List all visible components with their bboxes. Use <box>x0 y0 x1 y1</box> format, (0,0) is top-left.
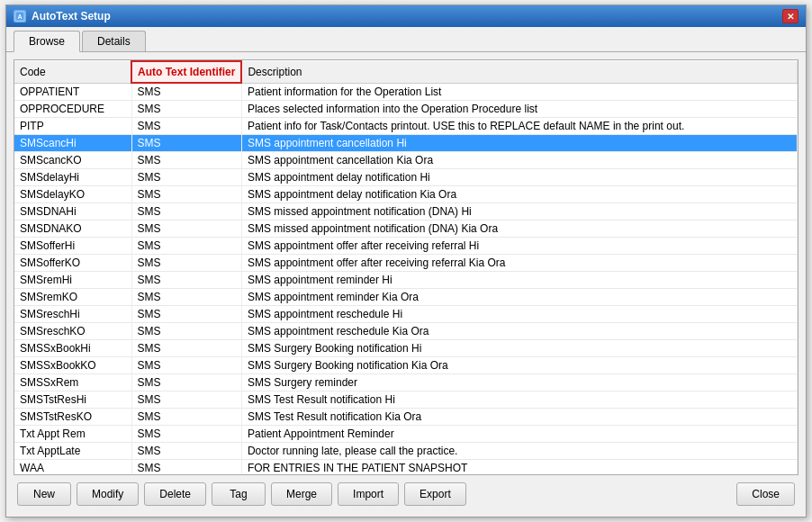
cell-description: SMS Surgery Booking notification Hi <box>241 340 797 357</box>
cell-description: SMS Test Result notification Hi <box>241 392 797 409</box>
table-row[interactable]: SMSreschHiSMSSMS appointment reschedule … <box>14 306 798 323</box>
cell-code: SMSSxBookHi <box>14 340 131 357</box>
cell-code: SMScancKO <box>14 152 131 169</box>
table-row[interactable]: PITPSMSPatient info for Task/Contacts pr… <box>14 118 798 135</box>
cell-description: SMS appointment cancellation Hi <box>241 135 797 152</box>
cell-code: SMSdelayKO <box>14 186 131 203</box>
button-bar: New Modify Delete Tag Merge Import Expor… <box>14 475 798 509</box>
merge-button[interactable]: Merge <box>271 482 332 506</box>
table-row[interactable]: SMSofferKOSMSSMS appointment offer after… <box>14 255 798 272</box>
cell-code: SMSreschKO <box>14 323 131 340</box>
cell-autotext: SMS <box>131 357 241 374</box>
table-row[interactable]: SMSremHiSMSSMS appointment reminder Hi <box>14 272 798 289</box>
table-row[interactable]: OPPATIENTSMSPatient information for the … <box>14 83 798 101</box>
cell-code: SMScancHi <box>14 135 131 152</box>
main-content: Code Auto Text Identifier Description OP… <box>6 52 806 517</box>
cell-autotext: SMS <box>131 220 241 238</box>
cell-description: Patient Appointment Reminder <box>241 426 797 443</box>
cell-autotext: SMS <box>131 169 241 186</box>
cell-description: SMS appointment reschedule Hi <box>241 306 797 323</box>
cell-autotext: SMS <box>131 83 241 101</box>
cell-autotext: SMS <box>131 255 241 272</box>
table-row[interactable]: SMSofferHiSMSSMS appointment offer after… <box>14 238 798 255</box>
close-icon[interactable]: ✕ <box>782 9 798 23</box>
col-header-autotext: Auto Text Identifier <box>131 61 241 83</box>
table-row[interactable]: SMScancHiSMSSMS appointment cancellation… <box>14 135 798 152</box>
tag-button[interactable]: Tag <box>212 482 266 506</box>
table-row[interactable]: SMSSxRemSMSSMS Surgery reminder <box>14 374 798 392</box>
cell-description: SMS appointment delay notification Kia O… <box>241 186 797 203</box>
cell-code: SMSofferKO <box>14 255 131 272</box>
cell-code: SMSSxBookKO <box>14 357 131 374</box>
cell-description: Patient info for Task/Contacts printout.… <box>241 118 797 135</box>
table-row[interactable]: SMSdelayKOSMSSMS appointment delay notif… <box>14 186 798 203</box>
cell-code: SMSdelayHi <box>14 169 131 186</box>
cell-description: SMS appointment reschedule Kia Ora <box>241 323 797 340</box>
import-button[interactable]: Import <box>338 482 399 506</box>
cell-description: Doctor running late, please call the pra… <box>241 443 797 460</box>
table-row[interactable]: SMSSxBookHiSMSSMS Surgery Booking notifi… <box>14 340 798 357</box>
table-row[interactable]: WAASMSFOR ENTRIES IN THE PATIENT SNAPSHO… <box>14 460 798 476</box>
cell-autotext: SMS <box>131 443 241 460</box>
cell-code: SMSremKO <box>14 289 131 306</box>
tab-browse[interactable]: Browse <box>14 31 80 52</box>
cell-code: SMSDNAKO <box>14 220 131 238</box>
cell-autotext: SMS <box>131 203 241 220</box>
table-row[interactable]: Txt ApptLateSMSDoctor running late, plea… <box>14 443 798 460</box>
table-row[interactable]: SMSremKOSMSSMS appointment reminder Kia … <box>14 289 798 306</box>
close-button[interactable]: Close <box>736 482 795 506</box>
cell-autotext: SMS <box>131 392 241 409</box>
cell-code: SMSTstResHi <box>14 392 131 409</box>
data-table-container[interactable]: Code Auto Text Identifier Description OP… <box>14 59 798 475</box>
cell-autotext: SMS <box>131 374 241 392</box>
cell-autotext: SMS <box>131 272 241 289</box>
cell-code: SMSreschHi <box>14 306 131 323</box>
export-button[interactable]: Export <box>404 482 466 506</box>
table-row[interactable]: OPPROCEDURESMSPlaces selected informatio… <box>14 101 798 118</box>
new-button[interactable]: New <box>17 482 71 506</box>
table-row[interactable]: SMSdelayHiSMSSMS appointment delay notif… <box>14 169 798 186</box>
tab-details[interactable]: Details <box>82 31 146 51</box>
cell-autotext: SMS <box>131 152 241 169</box>
cell-description: SMS appointment cancellation Kia Ora <box>241 152 797 169</box>
cell-description: FOR ENTRIES IN THE PATIENT SNAPSHOT <box>241 460 797 476</box>
cell-autotext: SMS <box>131 101 241 118</box>
cell-description: SMS Test Result notification Kia Ora <box>241 409 797 426</box>
cell-description: SMS Surgery reminder <box>241 374 797 392</box>
cell-code: SMSTstResKO <box>14 409 131 426</box>
cell-code: Txt ApptLate <box>14 443 131 460</box>
cell-autotext: SMS <box>131 409 241 426</box>
cell-autotext: SMS <box>131 460 241 476</box>
cell-code: Txt Appt Rem <box>14 426 131 443</box>
table-row[interactable]: SMSSxBookKOSMSSMS Surgery Booking notifi… <box>14 357 798 374</box>
cell-description: SMS appointment offer after receiving re… <box>241 238 797 255</box>
table-row[interactable]: SMSTstResHiSMSSMS Test Result notificati… <box>14 392 798 409</box>
table-row[interactable]: SMSTstResKOSMSSMS Test Result notificati… <box>14 409 798 426</box>
cell-autotext: SMS <box>131 306 241 323</box>
cell-description: SMS appointment reminder Kia Ora <box>241 289 797 306</box>
modify-button[interactable]: Modify <box>77 482 139 506</box>
cell-description: SMS appointment delay notification Hi <box>241 169 797 186</box>
col-header-code: Code <box>14 61 131 83</box>
table-row[interactable]: SMSreschKOSMSSMS appointment reschedule … <box>14 323 798 340</box>
cell-code: OPPROCEDURE <box>14 101 131 118</box>
table-row[interactable]: SMSDNAKOSMSSMS missed appointment notifi… <box>14 220 798 238</box>
table-body: OPPATIENTSMSPatient information for the … <box>14 83 798 475</box>
cell-code: WAA <box>14 460 131 476</box>
cell-autotext: SMS <box>131 426 241 443</box>
cell-autotext: SMS <box>131 289 241 306</box>
cell-description: SMS appointment offer after receiving re… <box>241 255 797 272</box>
table-row[interactable]: SMScancKOSMSSMS appointment cancellation… <box>14 152 798 169</box>
delete-button[interactable]: Delete <box>144 482 206 506</box>
cell-description: SMS appointment reminder Hi <box>241 272 797 289</box>
cell-autotext: SMS <box>131 118 241 135</box>
cell-code: SMSSxRem <box>14 374 131 392</box>
app-icon: A <box>14 10 26 22</box>
cell-description: SMS missed appointment notification (DNA… <box>241 203 797 220</box>
autotext-setup-window: A AutoText Setup ✕ Browse Details Code A… <box>5 4 807 518</box>
table-row[interactable]: Txt Appt RemSMSPatient Appointment Remin… <box>14 426 798 443</box>
cell-code: SMSremHi <box>14 272 131 289</box>
table-row[interactable]: SMSDNAHiSMSSMS missed appointment notifi… <box>14 203 798 220</box>
cell-description: SMS Surgery Booking notification Kia Ora <box>241 357 797 374</box>
cell-description: SMS missed appointment notification (DNA… <box>241 220 797 238</box>
